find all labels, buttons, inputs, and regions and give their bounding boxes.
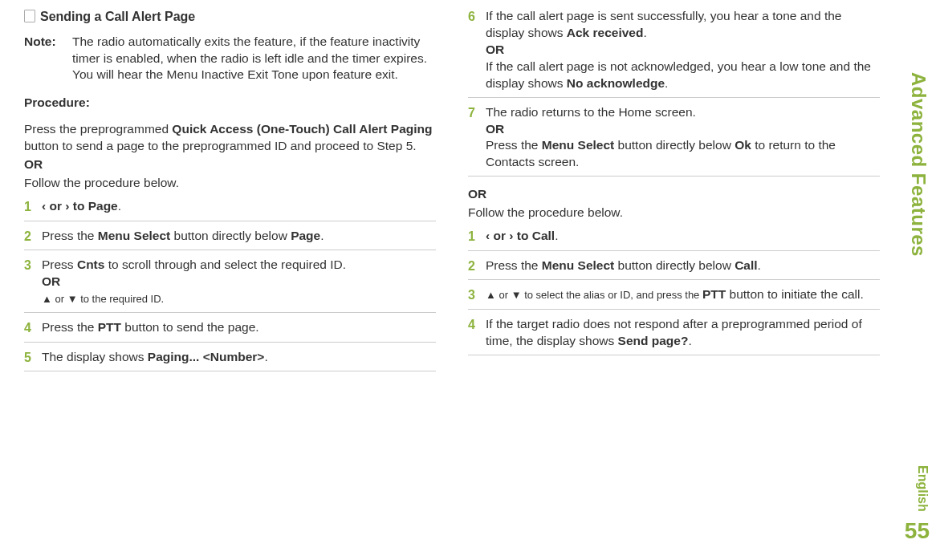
step-r1: 1 ‹ or › to Call. <box>468 228 880 251</box>
side-tab-title: Advanced Features <box>907 72 930 257</box>
step-number: 2 <box>468 258 486 275</box>
intro-follow: Follow the procedure below. <box>24 175 436 192</box>
step-4: 4 Press the PTT button to send the page. <box>24 319 436 343</box>
or-text: OR <box>468 186 880 203</box>
step-1: 1 ‹ or › to Page. <box>24 198 436 221</box>
step-6: 6 If the call alert page is sent success… <box>468 8 880 98</box>
step-number: 1 <box>468 228 486 246</box>
step-3: 3 Press Cnts to scroll through and selec… <box>24 257 436 313</box>
step-number: 2 <box>24 228 42 246</box>
heading-text: Sending a Call Alert Page <box>40 10 195 23</box>
step-7: 7 The radio returns to the Home screen. … <box>468 104 880 177</box>
step-r4: 4 If the target radio does not respond a… <box>468 316 880 355</box>
note-row: Note: The radio automatically exits the … <box>24 34 436 84</box>
document-icon <box>24 10 35 22</box>
page-number: 55 <box>905 518 930 544</box>
section-heading: Sending a Call Alert Page <box>24 8 436 26</box>
step-number: 1 <box>24 198 42 216</box>
procedure-label: Procedure: <box>24 95 436 112</box>
step-2: 2 Press the Menu Select button directly … <box>24 228 436 251</box>
step-number: 3 <box>468 286 486 304</box>
step-number: 6 <box>468 8 486 26</box>
note-text: The radio automatically exits the featur… <box>72 34 436 84</box>
intro-paragraph: Press the preprogrammed Quick Access (On… <box>24 121 436 155</box>
language-label: English <box>915 465 930 512</box>
step-r2: 2 Press the Menu Select button directly … <box>468 258 880 281</box>
step-number: 3 <box>24 257 42 274</box>
step-r3: 3 ▲ or ▼ to select the alias or ID, and … <box>468 286 880 310</box>
note-label: Note: <box>24 34 72 84</box>
or-text: OR <box>24 156 436 173</box>
step-number: 4 <box>468 316 486 334</box>
follow-text: Follow the procedure below. <box>468 205 880 221</box>
step-number: 4 <box>24 319 42 337</box>
step-number: 7 <box>468 104 486 122</box>
step-number: 5 <box>24 349 42 367</box>
step-5: 5 The display shows Paging... <Number>. <box>24 349 436 372</box>
